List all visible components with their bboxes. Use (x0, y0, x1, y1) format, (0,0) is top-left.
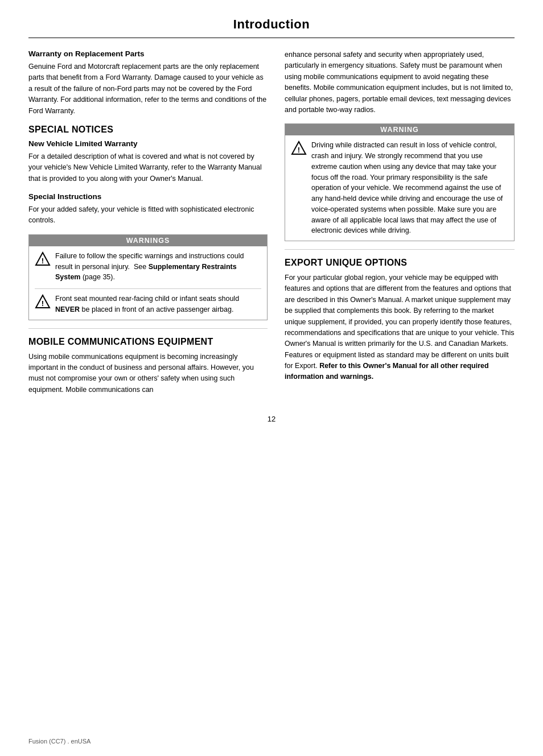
warning-item-1: ! Failure to follow the specific warning… (35, 251, 261, 283)
two-column-layout: Warranty on Replacement Parts Genuine Fo… (28, 49, 515, 403)
right-column: enhance personal safety and security whe… (285, 49, 515, 403)
warnings-header: WARNINGS (29, 235, 267, 246)
warning-triangle-icon-right: ! (291, 140, 307, 156)
warning-bold-1: Supplementary Restraints System (55, 263, 237, 282)
special-notices-heading: SPECIAL NOTICES (28, 125, 268, 135)
mobile-continued: enhance personal safety and security whe… (285, 49, 515, 115)
export-body: For your particular global region, your … (285, 272, 515, 383)
page-container: Introduction Warranty on Replacement Par… (0, 0, 543, 756)
special-instructions-heading: Special Instructions (28, 192, 268, 201)
warning-header-right: WARNING (285, 124, 514, 135)
warranty-section: Warranty on Replacement Parts Genuine Fo… (28, 49, 268, 117)
mobile-section: MOBILE COMMUNICATIONS EQUIPMENT Using mo… (28, 337, 268, 396)
page-title: Introduction (28, 17, 515, 32)
special-instructions-section: Special Instructions For your added safe… (28, 192, 268, 226)
new-vehicle-section: New Vehicle Limited Warranty For a detai… (28, 139, 268, 184)
warning-triangle-icon-2: ! (35, 294, 51, 309)
left-column: Warranty on Replacement Parts Genuine Fo… (28, 49, 268, 403)
special-notices-section: SPECIAL NOTICES New Vehicle Limited Warr… (28, 125, 268, 226)
warning-never: NEVER (55, 305, 80, 313)
left-section-divider (28, 328, 268, 329)
warning-item-right: ! Driving while distracted can result in… (291, 140, 508, 236)
export-bold: Refer to this Owner's Manual for all oth… (285, 362, 489, 381)
title-divider (28, 38, 515, 38)
warning-distracted-text: Driving while distracted can result in l… (311, 140, 508, 236)
warranty-body: Genuine Ford and Motorcraft replacement … (28, 61, 268, 117)
new-vehicle-body: For a detailed description of what is co… (28, 151, 268, 184)
warning-text-1: Failure to follow the specific warnings … (55, 251, 261, 283)
export-heading: EXPORT UNIQUE OPTIONS (285, 258, 515, 268)
warning-text-2: Front seat mounted rear-facing child or … (55, 294, 261, 315)
warning-content-right: ! Driving while distracted can result in… (285, 135, 514, 241)
mobile-heading: MOBILE COMMUNICATIONS EQUIPMENT (28, 337, 268, 347)
warning-inner-divider (35, 288, 261, 289)
footer-text: Fusion (CC7) . enUSA (28, 738, 90, 745)
special-instructions-body: For your added safety, your vehicle is f… (28, 204, 268, 226)
warning-triangle-icon-1: ! (35, 251, 51, 267)
warnings-box: WARNINGS ! Failure to follow the specifi… (28, 234, 268, 320)
svg-text:!: ! (298, 146, 300, 154)
svg-text:!: ! (42, 299, 44, 308)
svg-text:!: ! (42, 257, 44, 265)
new-vehicle-heading: New Vehicle Limited Warranty (28, 139, 268, 148)
warranty-heading: Warranty on Replacement Parts (28, 49, 268, 58)
page-number: 12 (28, 415, 515, 423)
warning-box-right: WARNING ! Driving while distracted can r… (285, 123, 515, 241)
mobile-body: Using mobile communications equipment is… (28, 352, 268, 396)
export-section: EXPORT UNIQUE OPTIONS For your particula… (285, 258, 515, 383)
right-section-divider (285, 249, 515, 250)
warning-item-2: ! Front seat mounted rear-facing child o… (35, 294, 261, 315)
warnings-content: ! Failure to follow the specific warning… (29, 246, 267, 320)
